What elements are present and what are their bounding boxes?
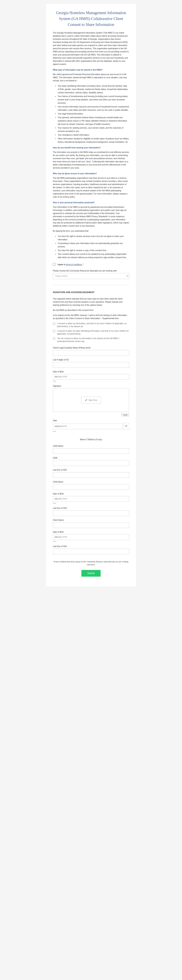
sharing-radio-1[interactable] <box>53 323 55 325</box>
sharing-option-1: the GA HMIS as described in this consent… <box>53 309 129 312</box>
more-children-note: If more children than three, please let … <box>53 560 129 566</box>
terms-checkbox[interactable] <box>53 263 55 266</box>
child-ss-label: Last four of SS# <box>53 469 129 471</box>
sharing-supplemental: to be shared via the GA HMIS; however, I… <box>53 314 129 320</box>
list-item: You have the right to receive a copy of … <box>58 249 129 252</box>
client-name-label-3: Client Name: <box>53 519 129 521</box>
bullet-list-4: You have the right to receive services e… <box>53 235 129 259</box>
child-ss-input-1[interactable] <box>53 472 129 478</box>
list-item: Other information needed for eligibility… <box>58 137 129 144</box>
child-ss-input-2[interactable] <box>53 511 129 516</box>
signature-label: Signature <box>53 385 129 387</box>
sign-here-button[interactable]: Sign Here <box>81 396 101 404</box>
specialist-label: Please choose the Community Resources Sp… <box>53 270 129 272</box>
child-name-input-2[interactable] <box>53 484 129 490</box>
dob-helper: Date <box>53 541 129 542</box>
child-dob-input-1[interactable] <box>53 460 129 466</box>
dob-label: Date of Birth <box>53 371 129 373</box>
section-body-3: The GA HMIS participating organizations … <box>53 177 129 199</box>
sharing-radio-label-3: I do not consent to allow my information… <box>57 337 129 343</box>
child-ss-input-3[interactable] <box>53 549 129 554</box>
list-item: Your legal history/information; <box>58 112 129 115</box>
child-name-label: Child Name: <box>53 445 129 447</box>
dob-input[interactable] <box>53 374 129 380</box>
terms-link[interactable]: terms & conditions <box>66 263 82 266</box>
divider <box>53 285 129 285</box>
sharing-radio-label-2: I consent to allow my basic identifying … <box>57 329 129 336</box>
list-item: You have the right to receive services e… <box>58 235 129 241</box>
child-ss-label: Last four of SS# <box>53 545 129 547</box>
child-ss-label: Last four of SS# <box>53 507 129 509</box>
page-title: Georgia Homeless Management Information … <box>53 10 129 27</box>
child-name-label: Child Name: <box>53 481 129 483</box>
dob-helper: Date <box>53 380 129 382</box>
signature-body: Your signature below indicates that you … <box>53 298 129 307</box>
child-dob-label: DOB: <box>53 457 129 459</box>
list-item: Consenting to share your information doe… <box>58 242 129 248</box>
specialist-select[interactable]: Please Select <box>53 273 129 279</box>
list-item: Your consent allows your record to be up… <box>58 253 129 259</box>
list-item: Your emergency contact information; <box>58 133 129 137</box>
calendar-icon[interactable] <box>123 423 129 430</box>
list-item: Your income information (sources and amo… <box>58 105 129 112</box>
section-heading-4: How is your personal information protect… <box>53 202 129 204</box>
child-dob-label-2: Date of Birth <box>53 493 129 495</box>
date-label: Date <box>53 420 129 422</box>
section-body-2: The information you provide to GA HMIS h… <box>53 151 129 170</box>
sharing-radio-2[interactable] <box>53 330 55 332</box>
minor-children-heading: Minor Children (if any) <box>53 438 129 441</box>
client-name-label: Client/ Legal Guardian Name (Please prin… <box>53 347 129 349</box>
submit-button[interactable]: Submit <box>81 570 100 577</box>
list-item: Your history of homelessness and housing… <box>58 95 129 105</box>
section-heading-1: What type of information may be shared i… <box>53 69 129 71</box>
section-heading-2: How do you benefit from sharing your inf… <box>53 146 129 149</box>
list-item: Your general, self-reported medical hist… <box>58 116 129 126</box>
list-item: Your basic identifying information (incl… <box>58 84 129 94</box>
intro-paragraph: The Georgia Homeless Management Informat… <box>53 31 129 66</box>
child-name-input-1[interactable] <box>53 448 129 454</box>
child-dob-label-3: Date of Birth <box>53 531 129 533</box>
pencil-icon <box>85 399 87 401</box>
clear-signature-button[interactable]: Clear <box>121 414 129 417</box>
section-heading-3: Who may be given access to your informat… <box>53 172 129 175</box>
section-body-4b: By signing this form, you understand tha… <box>53 229 129 233</box>
child-dob-input-2[interactable] <box>53 496 129 502</box>
ss-label: Last 4 digits of SS <box>53 359 129 361</box>
section-body-1: We collect general and Protected Persona… <box>53 73 129 82</box>
client-name-input[interactable] <box>53 350 129 356</box>
section-body-4a: Your information in the HMIS is secured … <box>53 205 129 228</box>
date-input[interactable] <box>53 423 122 429</box>
ss-input[interactable] <box>53 362 129 368</box>
date-helper: Date <box>53 430 129 432</box>
sharing-radio-3[interactable] <box>53 337 55 340</box>
terms-label: I agree to terms & conditions. * <box>57 263 84 266</box>
signature-heading: SIGNATURE AND ACKNOWLEDGEMENT <box>53 291 129 293</box>
signature-pad[interactable]: Sign Here <box>53 388 129 412</box>
dob-helper: Date <box>53 502 129 504</box>
list-item: Your reasons for seeking services, your … <box>58 126 129 133</box>
required-star: * <box>83 263 84 266</box>
bullet-list-1: Your basic identifying information (incl… <box>53 84 129 144</box>
child-dob-input-3[interactable] <box>53 534 129 540</box>
child-name-input-3[interactable] <box>53 522 129 528</box>
sharing-radio-label-1: I consent to allow my information, and t… <box>57 322 129 328</box>
